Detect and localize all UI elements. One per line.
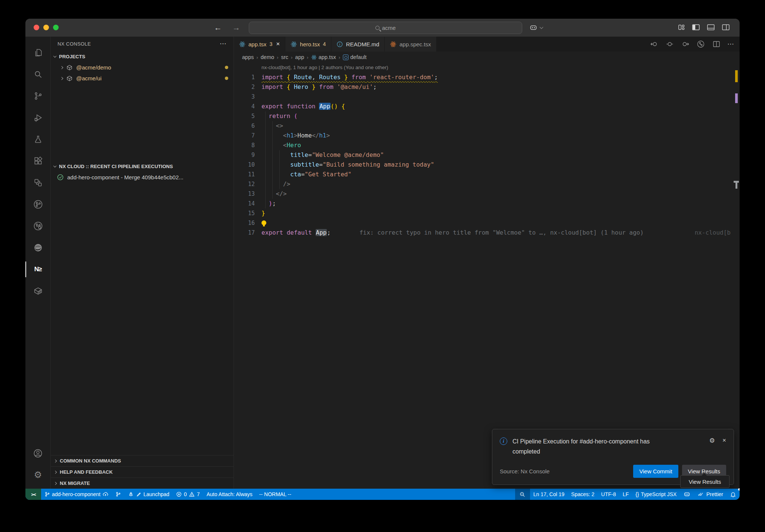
breadcrumb-apps[interactable]: apps [242, 54, 254, 60]
command-center-search[interactable]: acme [249, 22, 522, 34]
explorer-icon[interactable] [29, 42, 47, 64]
auto-attach-status-item[interactable]: Auto Attach: Always [203, 489, 256, 500]
current-change-icon[interactable] [665, 40, 674, 48]
project-item-acme-demo[interactable]: @acme/demo [51, 62, 233, 73]
minimize-window-button[interactable] [43, 25, 49, 30]
quick-fix-lightbulb-icon[interactable] [261, 220, 266, 225]
maximize-window-button[interactable] [53, 25, 59, 30]
code-line[interactable]: 12 /> [234, 179, 740, 189]
notifications-bell[interactable] [727, 489, 740, 500]
code-line[interactable]: 2import { Hero } from '@acme/ui'; [234, 82, 740, 92]
code-line[interactable]: 7 <h1>Home</h1> [234, 131, 740, 140]
edge-devtools-icon[interactable] [29, 237, 47, 259]
projects-section-header[interactable]: PROJECTS [51, 51, 233, 62]
close-window-button[interactable] [34, 25, 39, 30]
launchpad-status-item[interactable]: Launchpad [124, 489, 173, 500]
breadcrumb-separator: › [307, 55, 308, 60]
notification-close-icon[interactable]: × [722, 437, 726, 444]
split-editor-icon[interactable] [712, 40, 721, 48]
next-change-icon[interactable] [681, 40, 690, 48]
code-line[interactable]: 10 subtitle="Build something amazing tod… [234, 160, 740, 170]
source-control-icon[interactable] [29, 85, 47, 107]
breadcrumb-file[interactable]: app.tsx [311, 54, 336, 60]
project-graph-icon[interactable] [29, 172, 47, 194]
tab-app-tsx[interactable]: app.tsx 3 × [234, 37, 285, 52]
code-line[interactable]: 15} [234, 208, 740, 218]
code-line[interactable]: 4export function App() { [234, 102, 740, 111]
section-nx-migrate[interactable]: NX MIGRATE [51, 477, 233, 489]
encoding-status-item[interactable]: UTF-8 [598, 489, 619, 500]
customize-layout-icon[interactable] [677, 23, 685, 31]
blame-codelens[interactable]: nx-cloud[bot], 1 hour ago | 2 authors (Y… [234, 63, 740, 72]
line-number: 6 [234, 121, 255, 131]
code-line[interactable]: 14 ); [234, 199, 740, 208]
breadcrumb-demo[interactable]: demo [261, 54, 274, 60]
eol-status-item[interactable]: LF [619, 489, 632, 500]
cursor-position-status-item[interactable]: Ln 17, Col 19 [530, 489, 568, 500]
code-editor[interactable]: nx-cloud[bot], 1 hour ago | 2 authors (Y… [234, 63, 740, 489]
zoom-out-status-item[interactable] [515, 489, 530, 500]
tab-readme-md[interactable]: README.md [331, 37, 385, 52]
tab-badge: 3 [269, 41, 272, 47]
nx-cloud-section-header[interactable]: NX CLOUD :: RECENT CI PIPELINE EXECUTION… [51, 161, 233, 172]
problems-status-item[interactable]: 0 7 [173, 489, 203, 500]
tab-app-spec-tsx[interactable]: app.spec.tsx [385, 37, 436, 52]
remote-indicator[interactable]: >< [25, 489, 41, 500]
edge-blame-text: nx-cloud[b [695, 228, 731, 238]
nx-console-icon[interactable]: N≥ [29, 259, 47, 280]
code-line[interactable]: 5 return ( [234, 111, 740, 121]
search-sidebar-icon[interactable] [29, 64, 47, 85]
editor-more-actions-icon[interactable]: ⋯ [727, 40, 734, 48]
code-line[interactable]: 11 cta="Get Started" [234, 170, 740, 179]
settings-gear-icon[interactable]: ⚙ [29, 464, 47, 486]
indentation-status-item[interactable]: Spaces: 2 [568, 489, 598, 500]
project-label: @acme/demo [76, 64, 111, 71]
accounts-icon[interactable] [29, 442, 47, 464]
code-line[interactable]: 9 title="Welcome @acme/demo" [234, 150, 740, 160]
prev-change-icon[interactable] [650, 40, 659, 48]
scm-graph-status-item[interactable] [112, 489, 124, 500]
code-line[interactable]: 16 [234, 218, 740, 228]
toggle-panel-icon[interactable] [706, 23, 715, 31]
tab-label: app.spec.tsx [399, 41, 431, 47]
section-common-nx-commands[interactable]: COMMON NX COMMANDS [51, 455, 233, 466]
testing-icon[interactable] [29, 129, 47, 150]
breadcrumb-symbol[interactable]: default [343, 54, 367, 60]
toggle-primary-sidebar-icon[interactable] [691, 23, 700, 31]
pipeline-execution-item[interactable]: add-hero-component - Merge 409b44e5cb02.… [51, 172, 233, 183]
code-line[interactable]: 1import { Route, Routes } from 'react-ro… [234, 72, 740, 82]
code-line[interactable]: 17export default App; fix: correct typo … [234, 228, 740, 238]
code-line[interactable]: 8 <Hero [234, 140, 740, 150]
extensions-icon[interactable] [29, 150, 47, 172]
react-icon [311, 55, 317, 60]
project-item-acme-ui[interactable]: @acme/ui [51, 73, 233, 84]
nav-forward-icon[interactable]: → [232, 23, 240, 32]
run-debug-icon[interactable] [29, 107, 47, 129]
copilot-menu[interactable] [529, 23, 543, 32]
language-mode-status-item[interactable]: {} TypeScript JSX [632, 489, 680, 500]
notification-settings-gear-icon[interactable]: ⚙ [709, 437, 715, 445]
sidebar-more-actions-icon[interactable]: ⋯ [220, 40, 227, 48]
line-number: 17 [234, 228, 255, 238]
section-help-and-feedback[interactable]: HELP AND FEEDBACK [51, 466, 233, 477]
code-line[interactable]: 13 </> [234, 189, 740, 199]
commit-graph-action-icon[interactable] [696, 40, 706, 49]
breadcrumb-src[interactable]: src [281, 54, 288, 60]
nav-back-icon[interactable]: ← [214, 23, 222, 32]
breadcrumb-app[interactable]: app [295, 54, 304, 60]
containers-icon[interactable] [29, 280, 47, 302]
toggle-secondary-sidebar-icon[interactable] [721, 23, 730, 31]
branch-status-item[interactable]: add-hero-component [41, 489, 112, 500]
view-commit-button[interactable]: View Commit [633, 465, 678, 478]
git-graph-icon[interactable] [29, 194, 47, 215]
commit-graph-icon[interactable] [29, 215, 47, 237]
package-icon [66, 64, 73, 71]
cloud-upload-icon [102, 491, 109, 497]
prettier-status-item[interactable]: ✓✓ Prettier [694, 489, 727, 500]
code-line[interactable]: 6 <> [234, 121, 740, 131]
code-line[interactable]: 3 [234, 92, 740, 102]
tab-hero-tsx[interactable]: hero.tsx 4 [285, 37, 331, 52]
vim-mode-status-item[interactable]: -- NORMAL -- [256, 489, 295, 500]
copilot-status-item[interactable] [680, 489, 694, 500]
close-tab-icon[interactable]: × [276, 40, 280, 48]
